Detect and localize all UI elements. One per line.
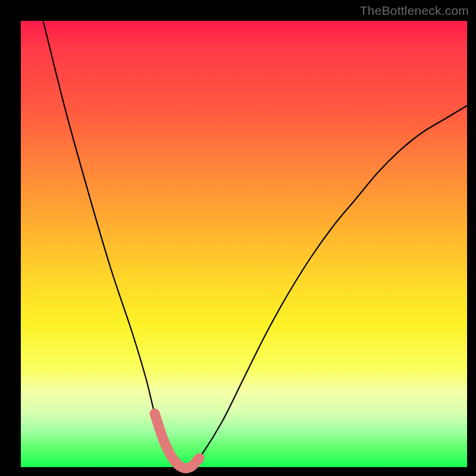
highlight-segment: [155, 414, 199, 468]
bottleneck-curve: [43, 21, 468, 468]
watermark-text: TheBottleneck.com: [360, 4, 469, 18]
curve-svg: [21, 21, 467, 467]
plot-area: [21, 21, 467, 467]
chart-frame: TheBottleneck.com: [0, 0, 476, 476]
